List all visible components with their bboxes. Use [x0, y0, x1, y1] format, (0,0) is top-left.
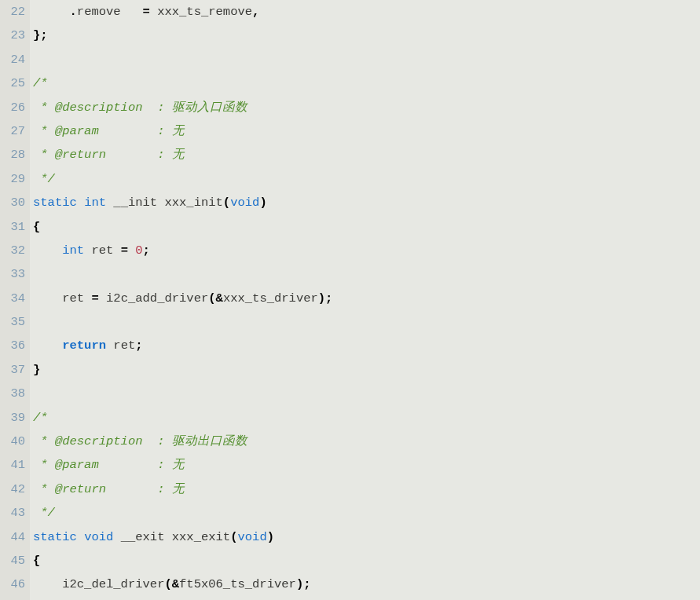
line-number: 24	[3, 48, 25, 71]
token: return	[62, 338, 106, 353]
token: * @description : 驱动入口函数	[33, 101, 247, 115]
token	[33, 243, 62, 258]
token: void	[84, 530, 113, 544]
token	[33, 338, 62, 353]
token: ret	[33, 291, 91, 305]
line-number: 40	[3, 430, 25, 453]
line-number: 43	[3, 501, 25, 525]
code-line[interactable]: * @description : 驱动出口函数	[33, 430, 700, 453]
token: remove	[77, 5, 143, 19]
token: );	[318, 291, 333, 305]
line-number: 27	[3, 119, 25, 143]
line-number: 34	[3, 287, 25, 310]
code-line[interactable]: /*	[33, 406, 700, 430]
token: i2c_del_driver	[33, 577, 164, 591]
token	[33, 5, 70, 19]
token: )	[267, 530, 274, 544]
token: {	[33, 554, 40, 568]
token: int	[62, 243, 84, 258]
token: ;	[135, 338, 142, 353]
code-line[interactable]: {	[33, 215, 700, 239]
line-number: 22	[3, 0, 25, 24]
token: * @param : 无	[33, 458, 185, 472]
line-number: 25	[3, 71, 25, 95]
token: __exit xxx_exit	[113, 530, 230, 544]
code-line[interactable]: return ret;	[33, 334, 700, 357]
token: };	[33, 28, 48, 42]
code-line[interactable]: }	[33, 358, 700, 382]
token: i2c_add_driver	[99, 291, 209, 305]
code-line[interactable]: * @return : 无	[33, 143, 700, 166]
token: */	[33, 506, 55, 520]
line-number: 36	[3, 334, 25, 357]
token: static	[33, 196, 77, 210]
line-number: 37	[3, 358, 25, 382]
code-line[interactable]: * @param : 无	[33, 119, 700, 143]
code-line[interactable]: };	[33, 24, 700, 47]
line-number-gutter: 2223242526272829303132333435363738394041…	[0, 0, 30, 600]
line-number: 39	[3, 406, 25, 430]
line-number: 41	[3, 453, 25, 477]
token: __init xxx_init	[106, 196, 223, 210]
token	[77, 530, 84, 544]
token: int	[84, 196, 106, 210]
code-line[interactable]: i2c_del_driver(&ft5x06_ts_driver);	[33, 573, 700, 588]
code-line[interactable]: static void __exit xxx_exit(void)	[33, 525, 700, 549]
code-line[interactable]: .remove = xxx_ts_remove,	[33, 0, 700, 24]
code-line[interactable]	[33, 48, 700, 71]
code-line[interactable]	[33, 310, 700, 334]
token: ret	[106, 338, 135, 353]
code-line[interactable]: static int __init xxx_init(void)	[33, 191, 700, 214]
code-line[interactable]: int ret = 0;	[33, 239, 700, 262]
token: /*	[33, 76, 48, 90]
line-number: 33	[3, 262, 25, 286]
code-editor[interactable]: 2223242526272829303132333435363738394041…	[0, 0, 700, 600]
line-number: 32	[3, 239, 25, 262]
token: =	[91, 291, 98, 305]
token: ret	[84, 243, 121, 258]
token: }	[33, 363, 40, 377]
code-line[interactable]	[33, 382, 700, 405]
line-number: 35	[3, 310, 25, 334]
token: void	[230, 196, 259, 210]
token: xxx_ts_remove	[150, 5, 252, 19]
code-area[interactable]: .remove = xxx_ts_remove,}; /* * @descrip…	[30, 0, 700, 600]
line-number: 45	[3, 549, 25, 573]
code-line[interactable]: */	[33, 167, 700, 191]
line-number: 23	[3, 24, 25, 47]
line-number: 26	[3, 96, 25, 119]
token: /*	[33, 411, 48, 425]
line-number: 38	[3, 382, 25, 405]
code-line[interactable]: ret = i2c_add_driver(&xxx_ts_driver);	[33, 287, 700, 310]
token: .	[70, 5, 77, 19]
token: (&	[164, 577, 179, 591]
token: * @return : 无	[33, 148, 185, 162]
token: * @description : 驱动出口函数	[33, 434, 247, 448]
code-line[interactable]: * @description : 驱动入口函数	[33, 96, 700, 119]
token: * @return : 无	[33, 482, 185, 496]
token: {	[33, 220, 40, 234]
line-number: 28	[3, 143, 25, 166]
line-number: 31	[3, 215, 25, 239]
code-line[interactable]	[33, 262, 700, 286]
code-line[interactable]: /*	[33, 71, 700, 95]
token: )	[259, 196, 266, 210]
line-number: 30	[3, 191, 25, 214]
code-line[interactable]: * @param : 无	[33, 453, 700, 477]
line-number: 46	[3, 573, 25, 588]
token	[77, 196, 84, 210]
token: ;	[143, 243, 150, 258]
token: void	[237, 530, 266, 544]
token: ,	[252, 5, 259, 19]
code-line[interactable]: */	[33, 501, 700, 525]
token: );	[296, 577, 311, 591]
line-number: 42	[3, 477, 25, 501]
line-number: 29	[3, 167, 25, 191]
token: 0	[135, 243, 142, 258]
code-line[interactable]: {	[33, 549, 700, 573]
line-number: 44	[3, 525, 25, 549]
token: (&	[208, 291, 223, 305]
token: ft5x06_ts_driver	[179, 577, 296, 591]
code-line[interactable]: * @return : 无	[33, 477, 700, 501]
token: */	[33, 172, 55, 186]
